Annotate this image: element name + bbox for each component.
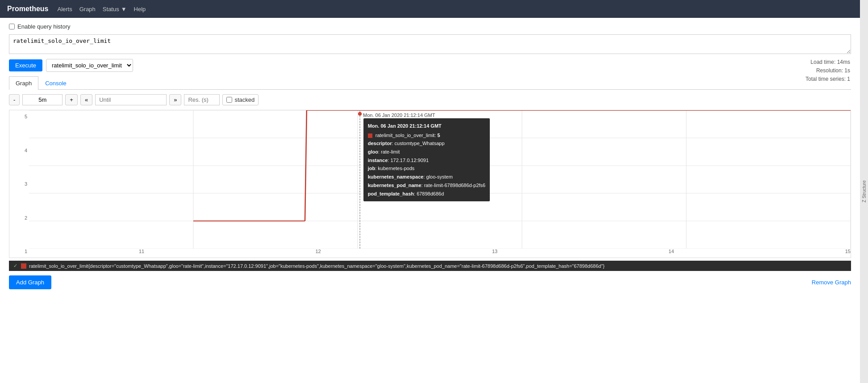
time-range-input[interactable] xyxy=(22,94,63,105)
y-label-2: 2 xyxy=(11,215,27,221)
stacked-checkbox[interactable] xyxy=(226,97,232,103)
execute-row: Execute ratelimit_solo_io_over_limit xyxy=(9,59,851,72)
query-history-row: Enable query history xyxy=(9,23,851,30)
res-input[interactable] xyxy=(184,94,220,105)
sidebar-text: Z Structure xyxy=(862,180,867,202)
metric-select[interactable]: ratelimit_solo_io_over_limit xyxy=(46,59,133,72)
x-label-15: 15 xyxy=(845,249,851,258)
graph-controls: - + « » stacked xyxy=(9,94,851,105)
tab-console[interactable]: Console xyxy=(38,76,73,90)
right-sidebar: Z Structure xyxy=(860,0,868,295)
legend-color xyxy=(21,263,26,269)
total-time-series-text: Total time series: 1 xyxy=(805,75,850,83)
navbar-dropdown-status[interactable]: Status ▼ xyxy=(103,6,127,12)
timestamp-label: Mon. 06 Jan 2020 21:12:14 GMT xyxy=(362,112,436,118)
add-graph-button[interactable]: Add Graph xyxy=(9,275,51,289)
legend-text: ratelimit_solo_io_over_limit{descriptor=… xyxy=(29,263,605,269)
load-info: Load time: 14ms Resolution: 1s Total tim… xyxy=(805,58,850,84)
back-button[interactable]: « xyxy=(80,94,92,105)
legend-check: ✓ xyxy=(13,263,17,269)
tab-graph[interactable]: Graph xyxy=(9,76,38,90)
execute-button[interactable]: Execute xyxy=(9,59,42,71)
load-time-text: Load time: 14ms xyxy=(805,58,850,67)
query-input[interactable]: ratelimit_solo_io_over_limit xyxy=(9,34,851,54)
graph-svg xyxy=(29,110,851,249)
zoom-in-button[interactable]: + xyxy=(65,94,78,105)
x-label-12: 12 xyxy=(315,249,321,258)
x-label-14: 14 xyxy=(668,249,674,258)
until-input[interactable] xyxy=(95,94,167,105)
y-label-4: 4 xyxy=(11,148,27,153)
remove-graph-button[interactable]: Remove Graph xyxy=(812,279,851,286)
main-content: Enable query history ratelimit_solo_io_o… xyxy=(0,18,868,295)
graph-canvas: 5 4 3 2 1 xyxy=(9,110,851,258)
stacked-checkbox-label[interactable]: stacked xyxy=(222,94,259,105)
navbar-link-graph[interactable]: Graph xyxy=(79,6,96,12)
navbar-link-alerts[interactable]: Alerts xyxy=(57,6,72,12)
y-axis: 5 4 3 2 1 xyxy=(9,110,29,258)
navbar-brand: Prometheus xyxy=(7,5,48,13)
crosshair-dot xyxy=(358,112,362,116)
y-label-5: 5 xyxy=(11,114,27,119)
navbar: Prometheus Alerts Graph Status ▼ Help xyxy=(0,0,868,18)
zoom-out-button[interactable]: - xyxy=(9,94,20,105)
legend-bar: ✓ ratelimit_solo_io_over_limit{descripto… xyxy=(9,261,851,271)
x-axis: 11 12 13 14 15 xyxy=(29,249,851,258)
graph-wrapper: 5 4 3 2 1 xyxy=(9,110,851,258)
query-history-label[interactable]: Enable query history xyxy=(9,23,71,30)
y-label-3: 3 xyxy=(11,181,27,187)
navbar-links: Alerts Graph Status ▼ Help xyxy=(57,6,146,12)
navbar-link-help[interactable]: Help xyxy=(134,6,146,12)
forward-button[interactable]: » xyxy=(169,94,181,105)
tabs: Graph Console xyxy=(9,76,851,90)
x-label-11: 11 xyxy=(139,249,144,258)
chevron-down-icon: ▼ xyxy=(121,6,127,12)
bottom-actions: Add Graph Remove Graph xyxy=(9,275,851,289)
x-label-13: 13 xyxy=(492,249,497,258)
resolution-text: Resolution: 1s xyxy=(805,67,850,75)
query-history-checkbox[interactable] xyxy=(9,24,15,29)
y-label-1: 1 xyxy=(11,249,27,254)
